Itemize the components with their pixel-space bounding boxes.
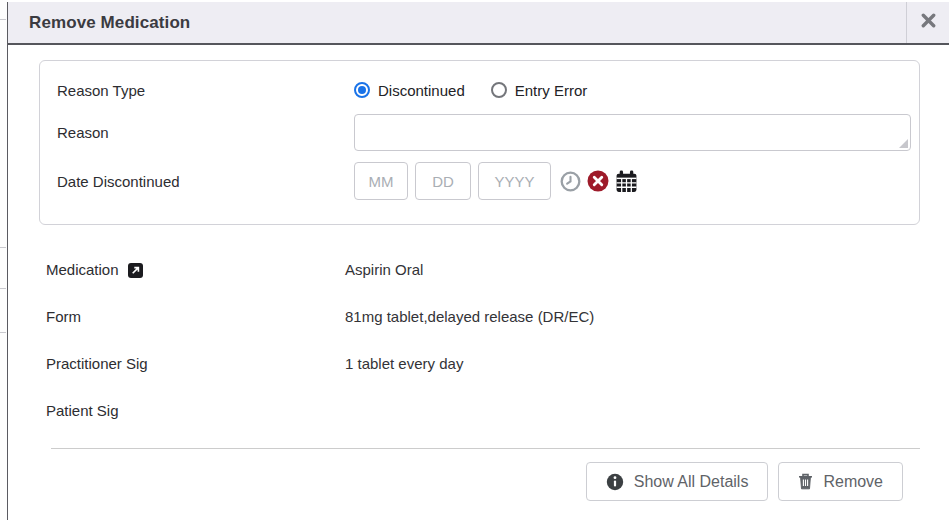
reason-fieldset: Reason Type Discontinued Entry Error Rea… [39, 60, 920, 225]
reason-type-label: Reason Type [57, 82, 354, 99]
radio-circle-icon [491, 82, 507, 98]
radio-circle-icon [354, 82, 370, 98]
medication-label: Medication [46, 261, 119, 278]
close-button[interactable] [906, 2, 949, 43]
form-label: Form [46, 308, 81, 325]
background-page-edge [0, 0, 7, 520]
date-discontinued-field [354, 162, 903, 200]
external-link-icon[interactable] [128, 263, 143, 278]
close-icon [921, 13, 936, 32]
radio-entry-error[interactable]: Entry Error [491, 82, 588, 99]
year-input[interactable] [478, 162, 551, 200]
remove-button[interactable]: Remove [778, 462, 903, 501]
practitioner-sig-value: 1 tablet every day [345, 355, 920, 372]
clock-icon[interactable] [560, 171, 581, 192]
detail-row-practitioner-sig: Practitioner Sig 1 tablet every day [39, 340, 920, 387]
calendar-icon[interactable] [615, 170, 638, 193]
radio-discontinued-label: Discontinued [378, 82, 465, 99]
patient-sig-label: Patient Sig [46, 402, 119, 419]
reason-field-wrap [354, 114, 911, 151]
dialog-footer: Show All Details Remove [39, 449, 920, 501]
detail-row-form: Form 81mg tablet,delayed release (DR/EC) [39, 293, 920, 340]
medication-value: Aspirin Oral [345, 261, 920, 278]
radio-entry-error-label: Entry Error [515, 82, 588, 99]
practitioner-sig-label: Practitioner Sig [46, 355, 148, 372]
day-input[interactable] [415, 162, 471, 200]
remove-medication-dialog: Remove Medication Reason Type Discontinu… [7, 2, 949, 520]
dialog-title: Remove Medication [8, 2, 906, 43]
trash-icon [798, 473, 813, 490]
clear-date-icon[interactable] [587, 170, 609, 192]
info-icon [606, 473, 624, 491]
reason-type-radio-group: Discontinued Entry Error [354, 82, 903, 99]
radio-discontinued[interactable]: Discontinued [354, 82, 465, 99]
dialog-body: Reason Type Discontinued Entry Error Rea… [8, 45, 949, 520]
reason-label: Reason [57, 114, 354, 141]
reason-textarea[interactable] [354, 114, 911, 151]
detail-row-patient-sig: Patient Sig [39, 387, 920, 434]
month-input[interactable] [354, 162, 408, 200]
detail-row-medication: Medication Aspirin Oral [39, 246, 920, 293]
show-all-details-label: Show All Details [634, 473, 749, 491]
remove-label: Remove [823, 473, 883, 491]
resize-grip-icon[interactable] [899, 139, 908, 148]
show-all-details-button[interactable]: Show All Details [586, 462, 769, 501]
form-value: 81mg tablet,delayed release (DR/EC) [345, 308, 920, 325]
medication-details: Medication Aspirin Oral Form 81mg tablet… [39, 246, 920, 434]
dialog-header: Remove Medication [8, 2, 949, 45]
date-discontinued-label: Date Discontinued [57, 173, 354, 190]
